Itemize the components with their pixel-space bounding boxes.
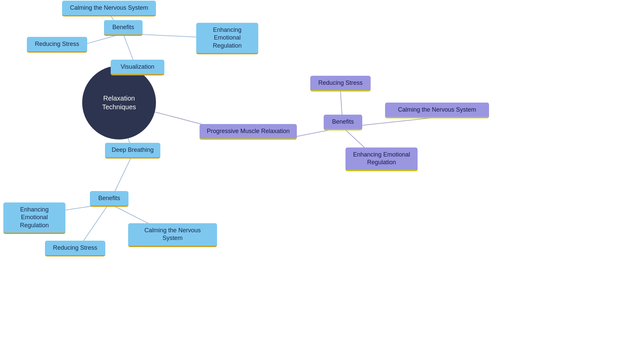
enhancing-pmr-node[interactable]: Enhancing Emotional Regulation	[345, 147, 418, 171]
visualization-node[interactable]: Visualization	[111, 60, 164, 75]
benefits-vis-node[interactable]: Benefits	[104, 20, 143, 36]
benefits-db-node[interactable]: Benefits	[90, 191, 128, 207]
reducing-vis-node[interactable]: Reducing Stress	[27, 37, 87, 53]
deep-breathing-node[interactable]: Deep Breathing	[105, 143, 160, 159]
reducing-db-node[interactable]: Reducing Stress	[45, 241, 105, 256]
calming-pmr-node[interactable]: Calming the Nervous System	[385, 103, 489, 118]
reducing-pmr-node[interactable]: Reducing Stress	[310, 76, 371, 92]
enhancing-vis-node[interactable]: Enhancing Emotional Regulation	[196, 23, 258, 54]
benefits-pmr-node[interactable]: Benefits	[324, 115, 362, 130]
enhancing-db-node[interactable]: Enhancing Emotional Regulation	[3, 202, 65, 234]
center-node[interactable]: Relaxation Techniques	[82, 66, 156, 139]
calming-db-node[interactable]: Calming the Nervous System	[128, 223, 217, 247]
pmr-node[interactable]: Progressive Muscle Relaxation	[200, 124, 297, 140]
calming-vis-node[interactable]: Calming the Nervous System	[62, 1, 156, 16]
